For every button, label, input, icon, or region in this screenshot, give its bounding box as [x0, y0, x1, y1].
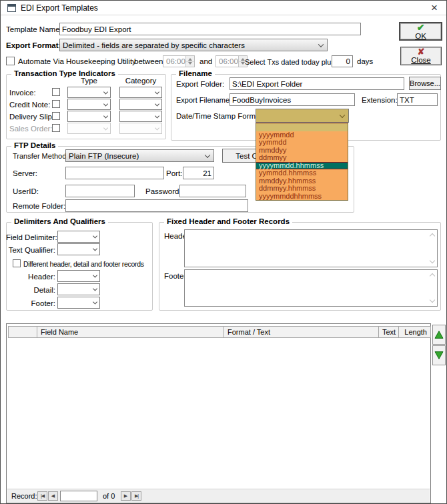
delim-detail-label: Detail: — [6, 286, 55, 294]
chevron-down-icon — [93, 273, 97, 277]
and-time-spinner: 06:00 — [215, 55, 248, 67]
sales-order-category-select — [119, 123, 162, 134]
invoice-checkbox[interactable] — [52, 88, 60, 96]
days-input[interactable] — [332, 55, 353, 67]
fields-grid: Field Name Format / Text Text Length Rec… — [6, 323, 431, 503]
close-button[interactable]: Close — [400, 47, 442, 65]
type-column-header: Type — [67, 77, 111, 85]
titlebar-close-button[interactable] — [428, 1, 441, 15]
spinner-buttons — [185, 56, 194, 67]
field-delimiter-label: Field Delimiter: — [6, 233, 55, 241]
move-row-down-button[interactable] — [432, 345, 446, 365]
extension-input[interactable] — [397, 93, 438, 106]
record-prev-button[interactable] — [48, 491, 58, 501]
credit-note-type-select[interactable] — [67, 99, 111, 110]
scroll-up-icon — [430, 233, 435, 239]
export-filename-label: Export Filename: — [176, 96, 232, 104]
browse-button[interactable]: Browse... — [409, 77, 441, 90]
userid-input[interactable] — [65, 185, 135, 197]
chevron-down-icon — [155, 89, 159, 94]
dropdown-option[interactable]: yymmdd — [256, 139, 348, 147]
chevron-down-icon — [103, 113, 108, 118]
record-navigation-bar: Record: of 0 — [7, 489, 430, 502]
dropdown-option[interactable]: yyyymmddhhmmss — [256, 193, 348, 201]
record-of-label: of 0 — [103, 492, 115, 500]
chevron-down-icon — [103, 101, 108, 106]
userid-label: UserID: — [13, 187, 39, 195]
scroll-down-icon — [430, 297, 435, 303]
grid-header-field-name: Field Name — [37, 326, 224, 338]
edi-export-templates-dialog: EDI Export Templates Template Name: OK E… — [0, 0, 447, 504]
password-input[interactable] — [179, 185, 246, 197]
delim-detail-select[interactable] — [57, 283, 100, 295]
spin-up-icon — [188, 58, 192, 61]
credit-note-category-select[interactable] — [119, 99, 162, 110]
export-format-value: Delimited - fields are separated by spec… — [63, 41, 245, 49]
filename-group-title: Filename — [176, 69, 215, 77]
template-name-input[interactable] — [59, 23, 361, 35]
record-number-input[interactable] — [60, 491, 97, 501]
dropdown-option[interactable] — [256, 123, 348, 131]
template-name-label: Template Name: — [6, 25, 62, 33]
titlebar-close-icon — [431, 5, 438, 13]
export-folder-input[interactable] — [230, 77, 404, 90]
field-delimiter-select[interactable] — [57, 231, 100, 243]
between-time-spinner: 06:00 — [163, 55, 195, 67]
transfer-method-value: Plain FTP (Insecure) — [69, 152, 139, 160]
text-qualifier-select[interactable] — [57, 243, 100, 255]
record-next-button[interactable] — [121, 491, 131, 501]
invoice-type-select[interactable] — [67, 87, 111, 98]
grid-header-length: Length — [399, 326, 431, 338]
arrow-up-icon — [434, 331, 444, 339]
chevron-down-icon — [103, 89, 108, 94]
record-last-icon — [135, 493, 138, 499]
server-input[interactable] — [65, 167, 164, 179]
and-label: and — [199, 57, 212, 65]
chevron-down-icon — [93, 286, 97, 291]
automate-checkbox[interactable] — [6, 57, 15, 65]
fixed-footer-textarea[interactable] — [184, 269, 438, 307]
invoice-category-select[interactable] — [119, 87, 162, 98]
chevron-down-icon — [93, 299, 97, 304]
close-x-icon — [418, 48, 425, 56]
delivery-slip-type-select[interactable] — [67, 111, 111, 122]
delim-footer-select[interactable] — [57, 297, 100, 309]
record-label: Record: — [11, 492, 37, 500]
between-time-value: 06:00 — [166, 57, 185, 65]
delim-header-select[interactable] — [57, 270, 100, 282]
export-format-label: Export Format: — [6, 41, 61, 49]
close-button-label: Close — [411, 56, 430, 64]
port-input[interactable] — [183, 167, 214, 179]
fixed-header-textarea[interactable] — [184, 229, 438, 267]
export-filename-input[interactable] — [230, 93, 355, 106]
days-label: days — [357, 57, 373, 65]
export-folder-label: Export Folder: — [176, 80, 224, 88]
chevron-down-icon — [93, 246, 97, 251]
dropdown-option[interactable]: ddmmyy.hhmmss — [256, 185, 348, 193]
delim-header-label: Header: — [6, 273, 55, 281]
record-first-button[interactable] — [37, 491, 47, 501]
export-format-select[interactable]: Delimited - fields are separated by spec… — [59, 39, 328, 51]
window-icon — [7, 4, 16, 12]
record-last-button[interactable] — [131, 491, 141, 501]
transfer-method-select[interactable]: Plain FTP (Insecure) — [65, 149, 214, 162]
sales-order-checkbox[interactable] — [52, 124, 60, 132]
window-title: EDI Export Templates — [21, 3, 98, 13]
fixed-records-group-title: Fixed Header and Footer Records — [164, 217, 292, 225]
delivery-slip-checkbox[interactable] — [52, 112, 60, 120]
move-row-up-button[interactable] — [432, 325, 446, 345]
browse-button-label: Browse... — [410, 79, 440, 87]
arrow-down-icon — [434, 351, 444, 359]
dropdown-option[interactable]: ddmmyy — [256, 154, 348, 162]
ok-button[interactable]: OK — [399, 22, 442, 41]
titlebar: EDI Export Templates — [1, 1, 446, 15]
credit-note-checkbox[interactable] — [52, 100, 60, 108]
extension-label: Extension: — [362, 96, 398, 104]
delivery-slip-category-select[interactable] — [119, 111, 162, 122]
datetime-format-select[interactable] — [256, 109, 349, 123]
remote-folder-input[interactable] — [65, 199, 248, 212]
different-records-checkbox[interactable] — [13, 259, 21, 267]
scroll-down-icon — [430, 258, 435, 263]
sales-order-label: Sales Order: — [9, 125, 53, 133]
dropdown-option[interactable]: yymmdd.hhmmss — [256, 169, 348, 177]
